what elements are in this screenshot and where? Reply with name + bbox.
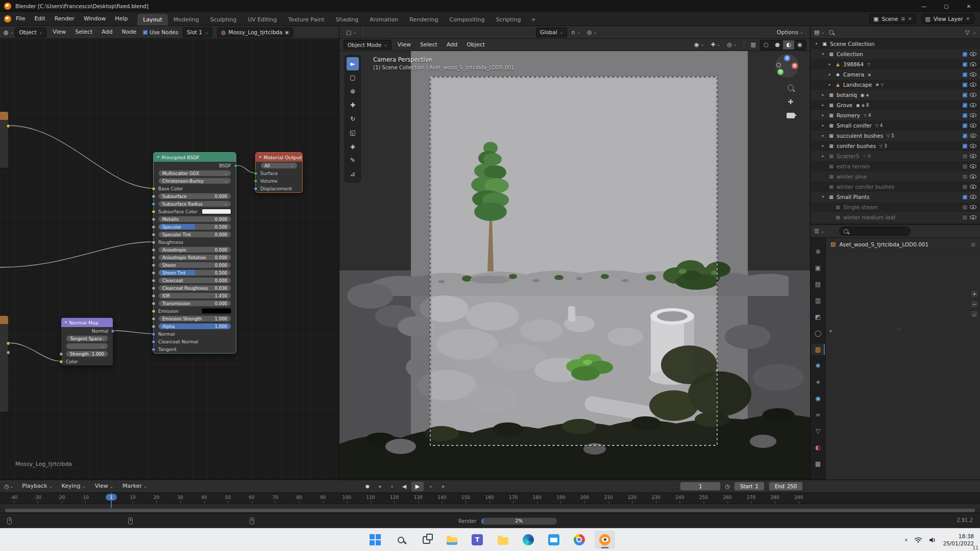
new-scene-icon[interactable]: ⊞	[901, 16, 905, 21]
eye-icon[interactable]	[970, 52, 976, 56]
outliner-row-succulent-bushes[interactable]: ▸▦succulent bushes▽5✓	[811, 131, 980, 141]
input-socket[interactable]	[59, 352, 63, 356]
fake-user-icon[interactable]: ▣	[285, 30, 289, 35]
properties-tab-modifiers[interactable]: ✱	[812, 360, 825, 371]
properties-tab-particles[interactable]: ∗	[812, 377, 825, 388]
node-number-field[interactable]: Sheen0.000	[158, 262, 231, 268]
shader-menu-select[interactable]: Select	[70, 26, 97, 38]
properties-tab-render[interactable]: ▣	[812, 262, 825, 273]
playhead-frame-badge[interactable]: 1	[106, 494, 117, 500]
editor-type-icon[interactable]: ◍	[4, 29, 9, 36]
node-dropdown[interactable]: Subsurface Radius⌄	[158, 201, 231, 207]
node-number-field[interactable]: IOR1.450	[158, 292, 231, 299]
toggle-gizmos[interactable]: ✚⌄	[708, 40, 723, 49]
editor-type-icon[interactable]: ◷	[4, 483, 9, 490]
node-number-field[interactable]: Anisotropic Rotation0.000	[158, 254, 231, 261]
properties-side-button-0[interactable]: +	[970, 290, 978, 298]
eye-icon[interactable]	[970, 83, 976, 87]
transport-next-keyframe[interactable]: ›	[426, 482, 436, 491]
timeline-menu-marker[interactable]: Marker ⌄	[118, 480, 152, 493]
outliner-row-small-plants[interactable]: ▾▦Small Plants✓	[811, 192, 980, 202]
outliner-row-extra-terrain[interactable]: ▦extra terrain	[811, 161, 980, 171]
stopwatch-icon[interactable]: ◷	[725, 483, 730, 490]
tool-measure[interactable]: ⊿	[347, 167, 359, 181]
exclude-checkbox[interactable]: ✓	[962, 72, 968, 78]
shader-type-dropdown[interactable]: Object ⌄	[15, 28, 46, 37]
input-socket[interactable]	[152, 233, 156, 237]
taskbar-task-view[interactable]	[416, 531, 436, 549]
collapse-icon[interactable]: ▾	[65, 320, 67, 324]
timeline-menu-keying[interactable]: Keying ⌄	[57, 480, 90, 493]
input-socket[interactable]	[152, 347, 156, 352]
exclude-checkbox[interactable]: ✓	[962, 113, 968, 118]
camera-view-icon[interactable]	[787, 113, 795, 118]
workspace-tab-animation[interactable]: Animation	[364, 14, 404, 26]
input-socket[interactable]	[152, 340, 156, 344]
volume-icon[interactable]	[929, 537, 936, 543]
properties-tab-constraints[interactable]: ∞	[812, 409, 825, 420]
workspace-tab-compositing[interactable]: Compositing	[444, 14, 491, 26]
input-socket[interactable]	[152, 271, 156, 275]
panel-expand-icon[interactable]: ▸	[830, 329, 832, 333]
outliner-row-398864[interactable]: ▸▲398864▽✓	[811, 59, 980, 69]
eye-icon[interactable]	[970, 113, 976, 117]
tool-move[interactable]: ✚	[347, 98, 359, 112]
node-slider-field[interactable]: Specular0.500	[158, 223, 231, 230]
node-number-field[interactable]: Strength1.000	[66, 350, 108, 357]
node-number-field[interactable]: Specular Tint0.000	[158, 231, 231, 238]
outliner-row-conifer-bushes[interactable]: ▸▦conifer bushes▽3✓	[811, 141, 980, 151]
tool-rotate[interactable]: ↻	[347, 112, 359, 126]
input-socket[interactable]	[152, 210, 156, 214]
disclosure-right-icon[interactable]: ▸	[820, 93, 826, 97]
node-material-output[interactable]: ▾Material OutputAll⌄SurfaceVolumeDisplac…	[255, 152, 303, 193]
disclosure-down-icon[interactable]: ▾	[820, 52, 826, 56]
shading-wireframe[interactable]: ○	[761, 40, 772, 49]
disclosure-right-icon[interactable]: ▸	[820, 113, 826, 117]
input-socket[interactable]	[152, 309, 156, 313]
outliner-row-winter-conifer-bushes[interactable]: ▦winter conifer bushes	[811, 182, 980, 192]
workspace-tab-rendering[interactable]: Rendering	[404, 14, 444, 26]
breadcrumb-object-name[interactable]: Aset_wood_S_tjrtcibda_LOD0.001	[839, 241, 928, 247]
input-socket[interactable]	[254, 187, 258, 191]
node-number-field[interactable]: Clearcoat0.000	[158, 277, 231, 284]
workspace-tab-uv-editing[interactable]: UV Editing	[242, 14, 282, 26]
disclosure-right-icon[interactable]: ▸	[820, 154, 826, 158]
timeline-scrollbar[interactable]	[5, 509, 975, 512]
exclude-checkbox[interactable]: ✓	[962, 92, 968, 98]
eye-icon[interactable]	[970, 215, 976, 219]
node-dropdown[interactable]: Multiscatter GGX⌄	[158, 170, 231, 177]
eye-icon[interactable]	[970, 154, 976, 158]
shading-rendered[interactable]: ◉	[794, 40, 805, 49]
toggle-xray[interactable]: ▥	[748, 40, 758, 49]
unlink-view-layer-icon[interactable]: ✕	[966, 16, 970, 21]
node-principled-bsdf[interactable]: ▾Principled BSDFBSDFMultiscatter GGX⌄Chr…	[153, 152, 236, 354]
unlink-scene-icon[interactable]: ✕	[908, 16, 912, 21]
properties-tab-material[interactable]: ◐	[812, 442, 825, 453]
filter-funnel-icon[interactable]: ▽	[965, 29, 969, 36]
eye-icon[interactable]	[970, 134, 976, 138]
node-image-texture-partial[interactable]	[0, 111, 9, 168]
tool-transform[interactable]: ◈	[347, 140, 359, 153]
transport-play[interactable]: ▶	[411, 482, 424, 491]
properties-tab-object[interactable]: ▧	[812, 344, 825, 355]
menu-edit[interactable]: Edit	[30, 13, 50, 25]
taskbar-search[interactable]	[390, 531, 411, 549]
outliner-row-winter-pine[interactable]: ▦winter pine	[811, 171, 980, 182]
outliner-row-grove[interactable]: ▸▦Grove▣◈8✓	[811, 100, 980, 110]
exclude-checkbox[interactable]	[962, 215, 968, 220]
orientation-dropdown[interactable]: Global ⌄	[536, 28, 567, 37]
shader-menu-view[interactable]: View	[48, 26, 70, 38]
timeline-menu-playback[interactable]: Playback ⌄	[17, 480, 57, 493]
eye-icon[interactable]	[970, 205, 976, 209]
shading-material[interactable]: ◐	[783, 40, 794, 49]
eye-icon[interactable]	[970, 164, 976, 168]
view-layer-selector[interactable]: ▥ View Layer ✕	[921, 14, 974, 24]
outliner-row-botaniq[interactable]: ▸▦botaniq▣◈✓	[811, 90, 980, 100]
use-nodes-checkbox[interactable]: ✓	[142, 30, 148, 35]
node-dropdown[interactable]: ⌄	[66, 343, 108, 349]
output-socket[interactable]	[111, 329, 115, 333]
input-socket[interactable]	[152, 286, 156, 290]
shader-menu-node[interactable]: Node	[117, 26, 141, 38]
axis-z-handle[interactable]: Z	[784, 55, 790, 61]
taskbar-folder[interactable]	[493, 531, 513, 549]
